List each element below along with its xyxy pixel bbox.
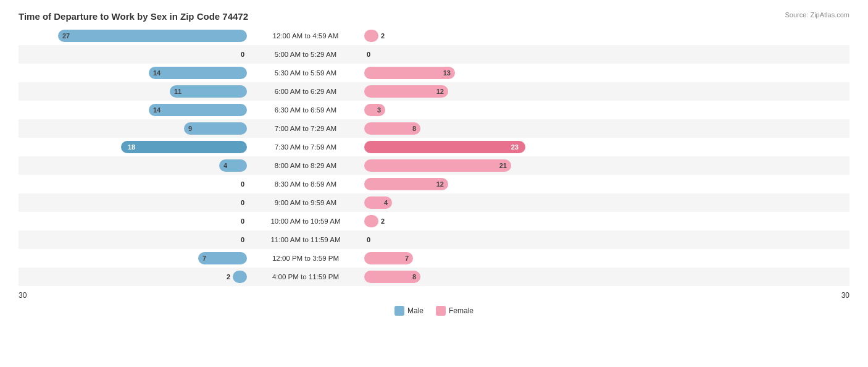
table-row: 0 10:00 AM to 10:59 AM 2 [19,212,849,230]
legend: Male Female [19,306,849,316]
left-bar-area: 4 [19,156,247,175]
legend-female-label: Female [449,306,474,315]
table-row: 11 6:00 AM to 6:29 AM 12 [19,82,849,101]
axis-right: 30 [841,291,849,300]
right-bar-area: 0 [364,230,593,249]
table-row: 0 9:00 AM to 9:59 AM 4 [19,193,849,212]
legend-female-box [436,306,446,316]
row-label: 4:00 PM to 11:59 PM [247,273,364,281]
right-bar-area: 3 [364,101,593,119]
row-label: 10:00 AM to 10:59 AM [247,217,364,225]
chart-rows: 27 12:00 AM to 4:59 AM 2 0 5:00 AM to 5:… [19,27,849,286]
axis-row: 30 30 [19,289,849,302]
left-bar-area: 0 [19,230,247,249]
left-bar-area: 2 [19,268,247,286]
right-bar-area: 23 [364,138,593,156]
table-row: 14 6:30 AM to 6:59 AM 3 [19,101,849,119]
row-label: 7:00 AM to 7:29 AM [247,125,364,132]
legend-female: Female [436,306,474,316]
left-bar-area: 18 [19,138,247,156]
left-bar-area: 7 [19,249,247,268]
table-row: 27 12:00 AM to 4:59 AM 2 [19,27,849,45]
right-bar-area: 12 [364,82,593,101]
chart-title: Time of Departure to Work by Sex in Zip … [19,11,849,22]
row-label: 7:30 AM to 7:59 AM [247,143,364,151]
table-row: 0 11:00 AM to 11:59 AM 0 [19,230,849,249]
right-bar-area: 12 [364,175,593,193]
row-label: 8:00 AM to 8:29 AM [247,162,364,169]
left-bar-area: 11 [19,82,247,101]
row-label: 9:00 AM to 9:59 AM [247,199,364,206]
row-label: 5:00 AM to 5:29 AM [247,51,364,58]
chart-container: Time of Departure to Work by Sex in Zip … [0,0,868,367]
row-label: 12:00 PM to 3:59 PM [247,255,364,262]
table-row: 2 4:00 PM to 11:59 PM 8 [19,268,849,286]
right-bar-area: 21 [364,156,593,175]
row-label: 6:30 AM to 6:59 AM [247,106,364,114]
left-bar-area: 9 [19,119,247,138]
row-label: 6:00 AM to 6:29 AM [247,88,364,95]
row-label: 12:00 AM to 4:59 AM [247,32,364,40]
right-bar-area: 2 [364,212,593,230]
legend-male: Male [394,306,424,316]
right-bar-area: 4 [364,193,593,212]
legend-male-label: Male [407,306,424,315]
left-bar-area: 27 [19,27,247,45]
left-bar-area: 14 [19,101,247,119]
table-row: 0 8:30 AM to 8:59 AM 12 [19,175,849,193]
left-bar-area: 0 [19,175,247,193]
row-label: 8:30 AM to 8:59 AM [247,180,364,188]
right-bar-area: 7 [364,249,593,268]
left-bar-area: 0 [19,193,247,212]
table-row: 18 7:30 AM to 7:59 AM 23 [19,138,849,156]
axis-left: 30 [19,291,27,300]
right-bar-area: 0 [364,45,593,64]
table-row: 0 5:00 AM to 5:29 AM 0 [19,45,849,64]
source-text: Source: ZipAtlas.com [785,11,849,19]
legend-male-box [394,306,404,316]
row-label: 5:30 AM to 5:59 AM [247,69,364,77]
right-bar-area: 13 [364,64,593,82]
left-bar-area: 14 [19,64,247,82]
right-bar-area: 8 [364,119,593,138]
right-bar-area: 8 [364,268,593,286]
right-bar-area: 2 [364,27,593,45]
table-row: 4 8:00 AM to 8:29 AM 21 [19,156,849,175]
table-row: 7 12:00 PM to 3:59 PM 7 [19,249,849,268]
left-bar-area: 0 [19,212,247,230]
table-row: 14 5:30 AM to 5:59 AM 13 [19,64,849,82]
row-label: 11:00 AM to 11:59 AM [247,236,364,243]
table-row: 9 7:00 AM to 7:29 AM 8 [19,119,849,138]
left-bar-area: 0 [19,45,247,64]
